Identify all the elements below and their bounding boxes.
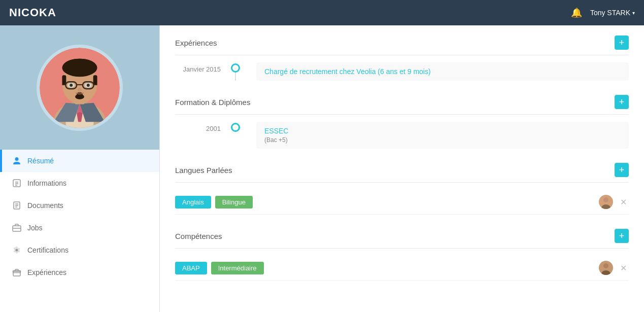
sidebar-item-certifications[interactable]: Certifications [0, 239, 159, 261]
sidebar-label-informations: Informations [27, 179, 66, 187]
timeline-line [235, 72, 236, 81]
experience-title-0: Chargé de recrutement chez Veolia (6 ans… [264, 67, 621, 76]
remove-langue-button-0[interactable]: ✕ [618, 197, 629, 207]
experience-date-0: Janvier 2015 [175, 65, 221, 73]
svg-point-21 [87, 84, 90, 87]
timeline-dot-0 [231, 63, 240, 73]
svg-point-20 [70, 84, 73, 87]
competence-tag-0: ABAP [175, 262, 207, 274]
sidebar-label-certifications: Certifications [27, 246, 69, 254]
timeline-dot-formation-0 [231, 123, 240, 132]
remove-competence-button-0[interactable]: ✕ [618, 263, 629, 273]
sidebar-label-documents: Documents [27, 201, 63, 210]
add-experience-button[interactable]: + [615, 36, 629, 50]
tag-row-competence-actions: ✕ [599, 261, 629, 275]
section-langues: Langues Parlées + Anglais Bilingue ✕ [175, 163, 629, 215]
sidebar-item-informations[interactable]: Informations [0, 172, 159, 194]
formation-title-0: ESSEC [264, 127, 621, 135]
section-header-competences: Compétences + [175, 229, 629, 249]
main-content: Expériences + Janvier 2015 Chargé de rec… [160, 25, 644, 312]
svg-point-10 [63, 58, 95, 73]
info-icon [12, 179, 21, 188]
list-item: ABAP Intermédiaire ✕ [175, 256, 629, 281]
section-header-formations: Formation & Diplômes + [175, 95, 629, 115]
layout: Résumé Informations [0, 25, 644, 312]
table-row: 2001 ESSEC (Bac +5) [231, 122, 629, 149]
avatar-area [0, 25, 159, 150]
bell-icon[interactable]: 🔔 [571, 7, 582, 18]
avatar-small-0 [599, 195, 613, 209]
jobs-icon [12, 223, 21, 232]
langue-tag-0: Anglais [175, 196, 211, 209]
navbar: NICOKA 🔔 Tony STARK ▾ [0, 0, 644, 25]
section-header-experiences: Expériences + [175, 36, 629, 55]
section-competences: Compétences + ABAP Intermédiaire ✕ [175, 229, 629, 281]
niveau-competence-tag-0: Intermédiaire [211, 262, 264, 274]
table-row: Janvier 2015 Chargé de recrutement chez … [231, 62, 629, 81]
formations-timeline: 2001 ESSEC (Bac +5) [175, 122, 629, 149]
svg-point-42 [603, 263, 608, 268]
user-menu[interactable]: Tony STARK ▾ [590, 9, 635, 17]
section-formations: Formation & Diplômes + 2001 ESSEC (Bac +… [175, 95, 629, 149]
experiences-timeline: Janvier 2015 Chargé de recrutement chez … [175, 62, 629, 81]
add-formation-button[interactable]: + [615, 95, 629, 109]
gear-icon [12, 246, 21, 255]
svg-point-24 [78, 88, 82, 93]
sidebar-label-resume: Résumé [27, 157, 54, 165]
sidebar-item-documents[interactable]: Documents [0, 194, 159, 217]
section-title-experiences: Expériences [175, 39, 217, 47]
user-name: Tony STARK [590, 9, 630, 17]
svg-point-25 [15, 157, 19, 161]
avatar-image [40, 47, 120, 128]
document-icon [12, 201, 21, 210]
section-title-langues: Langues Parlées [175, 166, 232, 175]
sidebar-item-experiences[interactable]: Expériences [0, 261, 159, 284]
brand-logo: NICOKA [9, 6, 56, 19]
svg-rect-36 [13, 271, 20, 276]
formation-content-0: ESSEC (Bac +5) [256, 122, 629, 149]
sidebar: Résumé Informations [0, 25, 160, 312]
section-header-langues: Langues Parlées + [175, 163, 629, 183]
briefcase-icon [12, 268, 21, 277]
svg-rect-26 [13, 180, 20, 187]
section-title-competences: Compétences [175, 232, 222, 240]
navbar-right: 🔔 Tony STARK ▾ [571, 7, 635, 18]
niveau-tag-0: Bilingue [215, 196, 253, 209]
sidebar-label-jobs: Jobs [27, 224, 43, 232]
formation-sub-0: (Bac +5) [264, 136, 621, 144]
sidebar-label-experiences: Expériences [27, 268, 66, 276]
tag-row-actions: ✕ [599, 195, 629, 209]
caret-icon: ▾ [632, 10, 635, 16]
person-icon [12, 156, 21, 165]
avatar-small-competence-0 [599, 261, 613, 275]
list-item: Anglais Bilingue ✕ [175, 190, 629, 215]
formation-date-0: 2001 [175, 125, 221, 132]
section-experiences: Expériences + Janvier 2015 Chargé de rec… [175, 36, 629, 81]
sidebar-nav: Résumé Informations [0, 150, 159, 284]
add-competence-button[interactable]: + [615, 229, 629, 243]
add-langue-button[interactable]: + [615, 163, 629, 177]
section-title-formations: Formation & Diplômes [175, 98, 250, 107]
sidebar-item-resume[interactable]: Résumé [0, 150, 159, 172]
sidebar-item-jobs[interactable]: Jobs [0, 217, 159, 239]
experience-content-0: Chargé de recrutement chez Veolia (6 ans… [256, 62, 629, 81]
svg-point-39 [603, 197, 608, 202]
avatar-circle [37, 45, 123, 131]
